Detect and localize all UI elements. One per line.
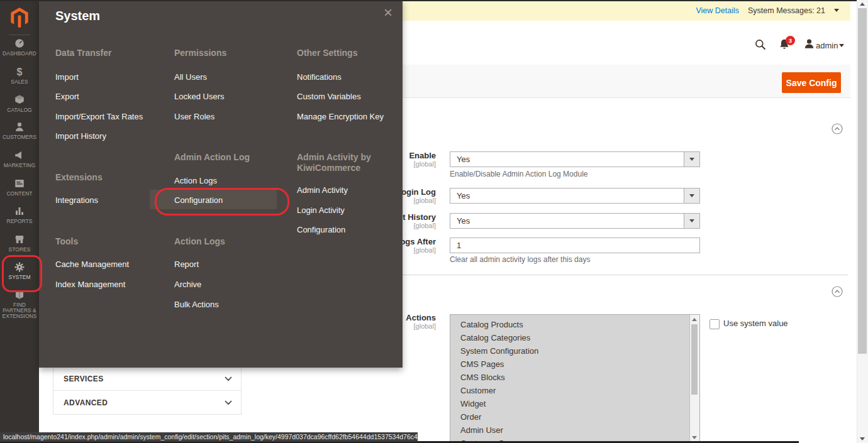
sidebar-item-content[interactable]: CONTENT bbox=[0, 178, 39, 197]
menu-group-header: Extensions bbox=[55, 172, 103, 182]
menu-item-import-export-tax-rates[interactable]: Import/Export Tax Rates bbox=[55, 112, 143, 121]
select-dropdown-button[interactable] bbox=[684, 214, 699, 228]
menu-item-import[interactable]: Import bbox=[55, 72, 79, 82]
section-collapse-icon[interactable] bbox=[832, 123, 843, 134]
menu-item-notifications[interactable]: Notifications bbox=[297, 72, 342, 82]
customers-person-icon bbox=[14, 121, 25, 133]
menu-item-import-history[interactable]: Import History bbox=[55, 131, 106, 141]
menu-item-integrations[interactable]: Integrations bbox=[55, 195, 98, 205]
menu-item-report[interactable]: Report bbox=[174, 260, 199, 269]
menu-item-manage-encryption-key[interactable]: Manage Encryption Key bbox=[297, 112, 384, 121]
use-system-value-checkbox[interactable] bbox=[709, 319, 720, 329]
menu-item-configuration-kiwicommerce[interactable]: Configuration bbox=[297, 225, 345, 234]
menu-item-configuration-admin-action-log[interactable]: Configuration bbox=[174, 195, 223, 205]
notification-count-badge[interactable]: 3 bbox=[786, 36, 795, 45]
menu-item-archive[interactable]: Archive bbox=[174, 280, 201, 289]
caret-down-icon bbox=[689, 194, 694, 197]
menu-item-all-users[interactable]: All Users bbox=[174, 72, 207, 82]
menu-group-header: Admin Activity by KiwiCommerce bbox=[297, 152, 391, 173]
field-comment: Clear all admin activity logs after this… bbox=[450, 255, 590, 264]
multiselect-option[interactable]: Catalog Categories bbox=[450, 331, 699, 344]
menu-group-header: Tools bbox=[55, 236, 78, 246]
sidebar-item-catalog[interactable]: CATALOG bbox=[0, 94, 39, 113]
sidebar-item-label: SALES bbox=[11, 79, 28, 85]
scrollbar-thumb[interactable] bbox=[691, 324, 698, 395]
menu-group-header: Action Logs bbox=[174, 236, 225, 246]
scroll-up-icon[interactable] bbox=[692, 318, 697, 321]
save-config-button[interactable]: Save Config bbox=[782, 72, 841, 93]
sidebar-item-reports[interactable]: REPORTS bbox=[0, 205, 39, 224]
sidebar-item-system[interactable]: SYSTEM bbox=[0, 261, 39, 280]
sidebar-divider bbox=[9, 35, 30, 35]
menu-group-header: Admin Action Log bbox=[174, 152, 250, 162]
sidebar-item-customers[interactable]: CUSTOMERS bbox=[0, 121, 39, 140]
config-nav-services[interactable]: SERVICES bbox=[53, 366, 242, 391]
select-dropdown-button[interactable] bbox=[684, 152, 699, 167]
enable-select-value: Yes bbox=[457, 155, 470, 164]
sidebar-item-find-partners[interactable]: FIND PARTNERS & EXTENSIONS bbox=[0, 289, 39, 319]
select-dropdown-button[interactable] bbox=[684, 189, 699, 203]
multiselect-option[interactable]: CMS Blocks bbox=[450, 371, 699, 384]
multiselect-option[interactable]: Admin User bbox=[450, 424, 699, 437]
page-scrollbar[interactable] bbox=[857, 0, 868, 443]
sidebar-item-label: CATALOG bbox=[7, 107, 31, 113]
sidebar-item-label: FIND PARTNERS & EXTENSIONS bbox=[1, 302, 38, 319]
sidebar-item-dashboard[interactable]: DASHBOARD bbox=[0, 38, 39, 57]
menu-item-locked-users[interactable]: Locked Users bbox=[174, 92, 224, 101]
menu-item-user-roles[interactable]: User Roles bbox=[174, 112, 214, 121]
reports-bars-icon bbox=[14, 205, 25, 217]
sidebar-item-marketing[interactable]: MARKETING bbox=[0, 150, 39, 168]
multiselect-option[interactable]: Widget bbox=[450, 397, 699, 410]
sidebar-item-label: MARKETING bbox=[4, 163, 36, 168]
view-details-link[interactable]: View Details bbox=[696, 6, 739, 15]
use-system-value-label: Use system value bbox=[723, 319, 788, 328]
visit-history-select[interactable]: Yes bbox=[450, 213, 700, 229]
config-nav: SERVICES ADVANCED bbox=[53, 366, 242, 415]
config-nav-advanced[interactable]: ADVANCED bbox=[53, 391, 242, 415]
system-messages-count: System Messages: 21 bbox=[748, 6, 825, 15]
admin-menu-caret-icon[interactable] bbox=[839, 44, 844, 47]
flyout-title: System bbox=[55, 9, 100, 23]
search-icon[interactable] bbox=[754, 38, 767, 51]
system-messages-caret-icon[interactable] bbox=[834, 9, 839, 12]
clear-logs-after-input[interactable] bbox=[450, 238, 700, 253]
section-collapse-icon[interactable] bbox=[832, 286, 843, 297]
scroll-up-icon[interactable] bbox=[860, 3, 865, 6]
multiselect-option[interactable]: Order bbox=[450, 410, 699, 424]
menu-item-custom-variables[interactable]: Custom Variables bbox=[297, 92, 361, 101]
multiselect-option[interactable]: CMS Pages bbox=[450, 358, 699, 371]
magento-logo[interactable] bbox=[11, 8, 28, 28]
menu-item-bulk-actions[interactable]: Bulk Actions bbox=[174, 300, 219, 309]
caret-down-icon bbox=[689, 158, 694, 161]
menu-item-index-management[interactable]: Index Management bbox=[55, 280, 125, 289]
menu-item-export[interactable]: Export bbox=[55, 92, 79, 101]
sidebar-item-label: DASHBOARD bbox=[3, 51, 36, 57]
multiselect-option[interactable]: Customer bbox=[450, 384, 699, 397]
sidebar-item-label: SYSTEM bbox=[9, 275, 31, 280]
menu-item-admin-activity[interactable]: Admin Activity bbox=[297, 185, 348, 195]
close-icon[interactable]: × bbox=[384, 5, 392, 20]
content-layout-icon bbox=[14, 178, 25, 189]
scrollbar-thumb[interactable] bbox=[858, 8, 867, 354]
login-log-select[interactable]: Yes bbox=[450, 188, 700, 204]
scroll-down-icon[interactable] bbox=[692, 436, 697, 439]
multiselect-scrollbar[interactable] bbox=[689, 315, 699, 442]
login-log-select-value: Yes bbox=[457, 191, 470, 200]
menu-item-cache-management[interactable]: Cache Management bbox=[55, 260, 129, 269]
sidebar-item-sales[interactable]: $ SALES bbox=[0, 67, 39, 85]
admin-user-icon[interactable] bbox=[803, 38, 815, 50]
enable-select[interactable]: Yes bbox=[450, 151, 700, 167]
multiselect-option[interactable]: Catalog Products bbox=[450, 318, 699, 331]
system-gear-icon bbox=[14, 261, 25, 273]
multiselect-option[interactable]: System Configuration bbox=[450, 344, 699, 358]
field-comment: Enable/Disable Admin Action Log Module bbox=[450, 170, 587, 178]
menu-item-action-logs[interactable]: Action Logs bbox=[174, 176, 217, 185]
actions-multiselect[interactable]: Catalog Products Catalog Categories Syst… bbox=[450, 314, 700, 443]
admin-username[interactable]: admin bbox=[816, 41, 838, 50]
top-edge-strip bbox=[0, 0, 857, 1]
scroll-down-icon[interactable] bbox=[860, 437, 865, 440]
sidebar-item-stores[interactable]: STORES bbox=[0, 234, 39, 253]
visit-history-select-value: Yes bbox=[457, 216, 470, 226]
menu-item-login-activity[interactable]: Login Activity bbox=[297, 205, 345, 215]
sales-dollar-icon: $ bbox=[17, 67, 23, 77]
